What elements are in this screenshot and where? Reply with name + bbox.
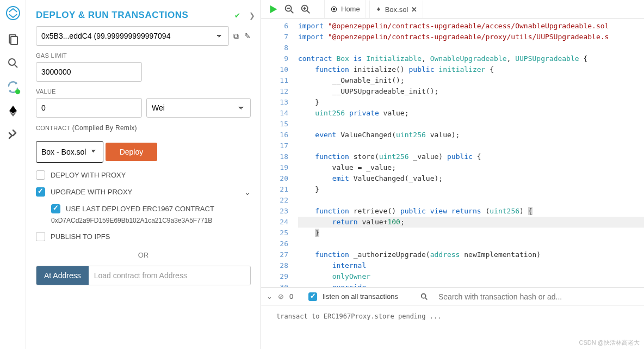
solidity-icon <box>375 7 382 13</box>
value-unit-select[interactable]: Wei <box>146 98 251 118</box>
svg-point-8 <box>422 293 426 298</box>
upgrade-with-proxy-label: UPGRADE WITH PROXY <box>51 188 132 196</box>
at-address-button[interactable]: At Address <box>36 266 89 285</box>
contract-select[interactable]: Box - Box.sol <box>36 141 103 163</box>
compiler-icon[interactable] <box>7 81 20 94</box>
deploy-button[interactable]: Deploy <box>106 143 158 161</box>
pending-count: 0 <box>289 292 293 301</box>
editor-area: Home Box.sol ✕ 6789101112131415161718192… <box>261 0 644 349</box>
chevron-right-icon[interactable]: ❯ <box>249 11 255 20</box>
svg-rect-2 <box>11 36 17 45</box>
run-icon[interactable] <box>267 3 280 15</box>
or-divider: OR <box>36 251 251 259</box>
close-tab-icon[interactable]: ✕ <box>411 5 417 14</box>
edit-icon[interactable]: ✎ <box>244 32 251 41</box>
deploy-icon[interactable] <box>7 105 20 118</box>
deploy-with-proxy-checkbox[interactable] <box>36 170 45 180</box>
watermark: CSDN @快活林高老大 <box>579 339 640 347</box>
listen-label: listen on all transactions <box>323 292 398 301</box>
value-label: VALUE <box>36 88 251 95</box>
tab-file[interactable]: Box.sol ✕ <box>369 0 424 18</box>
last-deployed-address: 0xD7ACd2a9FD159E69Bb102A1ca21C9a3e3A5F77… <box>51 217 251 224</box>
gas-limit-label: GAS LIMIT <box>36 52 251 59</box>
icon-sidebar <box>0 0 26 349</box>
deploy-panel: DEPLOY & RUN TRANSACTIONS ✔ ❯ 0x5B3...ed… <box>26 0 261 349</box>
debugger-icon[interactable] <box>7 128 20 142</box>
at-address-input[interactable] <box>89 266 250 285</box>
chevron-down-icon[interactable]: ⌄ <box>244 188 251 197</box>
zoom-out-icon[interactable] <box>283 3 296 15</box>
collapse-icon[interactable]: ⌄ <box>267 292 273 301</box>
panel-title: DEPLOY & RUN TRANSACTIONS <box>36 10 234 21</box>
deploy-with-proxy-label: DEPLOY WITH PROXY <box>51 171 126 179</box>
code-editor[interactable]: 6789101112131415161718192021222324252627… <box>261 19 644 287</box>
tab-home[interactable]: Home <box>324 0 366 18</box>
value-input[interactable] <box>36 98 142 118</box>
editor-toolbar: Home Box.sol ✕ <box>261 0 644 19</box>
gas-limit-input[interactable] <box>36 62 142 82</box>
upgrade-with-proxy-checkbox[interactable] <box>36 187 45 197</box>
svg-point-3 <box>9 59 15 65</box>
home-icon <box>330 5 338 13</box>
console-search-icon[interactable] <box>420 292 429 301</box>
console-search-input[interactable] <box>434 289 639 304</box>
check-icon[interactable]: ✔ <box>234 11 240 20</box>
contract-label: CONTRACT (Compiled By Remix) <box>36 124 251 132</box>
copy-icon[interactable]: ⧉ <box>233 32 239 41</box>
publish-ipfs-label: PUBLISH TO IPFS <box>51 232 110 241</box>
file-explorer-icon[interactable] <box>7 33 20 46</box>
use-last-deployed-label: USE LAST DEPLOYED ERC1967 CONTRACT <box>66 205 214 213</box>
listen-checkbox[interactable] <box>308 292 317 301</box>
clear-icon[interactable]: ⊘ <box>278 292 284 301</box>
zoom-in-icon[interactable] <box>299 3 312 15</box>
search-icon[interactable] <box>7 57 20 70</box>
use-last-deployed-checkbox[interactable] <box>51 204 60 213</box>
publish-ipfs-checkbox[interactable] <box>36 232 45 241</box>
svg-point-7 <box>333 8 335 10</box>
account-select[interactable]: 0x5B3...eddC4 (99.999999999997094 <box>36 26 229 46</box>
remix-logo-icon[interactable] <box>4 4 22 22</box>
